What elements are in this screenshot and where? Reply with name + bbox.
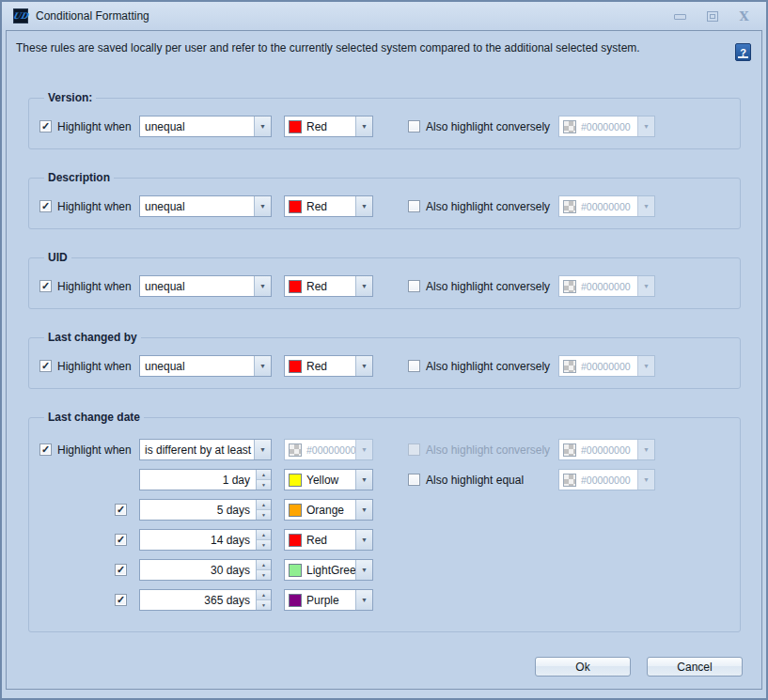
color-swatch — [289, 360, 302, 373]
highlight-when-label: Highlight when — [57, 280, 132, 293]
color-swatch — [289, 474, 302, 487]
days-spinner[interactable]: 1 day ▲ ▼ — [139, 469, 272, 490]
color-dropdown[interactable]: Red ▼ — [284, 275, 373, 297]
days-spinner[interactable]: 365 days ▲ ▼ — [139, 589, 272, 611]
chevron-down-icon[interactable]: ▼ — [254, 356, 271, 376]
app-icon: UD — [13, 8, 28, 23]
threshold-row-365days: ✓ 365 days ▲ ▼ Purple ▼ — [39, 589, 740, 611]
group-description: Description ✓ Highlight when unequal ▼ R… — [28, 171, 741, 229]
spin-down-button[interactable]: ▼ — [257, 599, 271, 610]
hex-value: #00000000 — [576, 444, 637, 456]
threshold-checkbox[interactable]: ✓ — [115, 534, 127, 546]
color-dropdown[interactable]: Red ▼ — [284, 355, 373, 377]
chevron-down-icon[interactable]: ▼ — [355, 590, 372, 610]
instruction-bar: These rules are saved locally per user a… — [7, 31, 761, 61]
hex-value: #00000000 — [576, 121, 637, 132]
condition-dropdown[interactable]: unequal ▼ — [139, 275, 272, 297]
highlight-when-label: Highlight when — [57, 360, 132, 373]
hex-value: #00000000 — [576, 201, 637, 212]
color-name: Red — [302, 534, 355, 547]
spinner-buttons: ▲ ▼ — [256, 560, 271, 580]
color-dropdown[interactable]: Orange ▼ — [284, 499, 373, 521]
also-equal-checkbox[interactable] — [408, 474, 420, 486]
window-title: Conditional Formatting — [36, 9, 149, 23]
threshold-checkbox[interactable]: ✓ — [115, 594, 127, 606]
check-icon: ✓ — [41, 201, 50, 211]
uid-rule-row: ✓ Highlight when unequal ▼ Red ▼ Also hi… — [39, 275, 740, 297]
highlight-when-checkbox[interactable]: ✓ — [39, 443, 52, 456]
color-dropdown[interactable]: Red ▼ — [284, 195, 373, 217]
condition-dropdown[interactable]: is different by at least ▼ — [139, 439, 272, 460]
condition-value: unequal — [140, 280, 254, 293]
chevron-down-icon[interactable]: ▼ — [355, 470, 372, 490]
color-name: LightGreen — [302, 564, 355, 577]
conversely-color-dropdown: #00000000 ▼ — [558, 116, 655, 137]
cancel-button[interactable]: Cancel — [647, 657, 743, 677]
instruction-text: These rules are saved locally per user a… — [16, 41, 735, 55]
threshold-checkbox[interactable]: ✓ — [115, 564, 127, 576]
condition-dropdown[interactable]: unequal ▼ — [139, 195, 272, 217]
color-swatch — [289, 200, 302, 213]
threshold-checkbox[interactable]: ✓ — [115, 504, 127, 516]
highlight-when-checkbox[interactable]: ✓ — [39, 200, 52, 212]
days-spinner[interactable]: 14 days ▲ ▼ — [139, 529, 272, 551]
condition-dropdown[interactable]: unequal ▼ — [139, 355, 272, 377]
color-swatch — [289, 120, 302, 133]
help-button[interactable]: ? — [735, 43, 751, 61]
days-spinner[interactable]: 5 days ▲ ▼ — [139, 499, 272, 521]
days-spinner[interactable]: 30 days ▲ ▼ — [139, 559, 272, 581]
restore-button[interactable] — [705, 9, 719, 23]
chevron-down-icon: ▼ — [637, 276, 654, 296]
chevron-down-icon[interactable]: ▼ — [355, 530, 372, 550]
spin-down-button[interactable]: ▼ — [257, 539, 271, 550]
spin-up-icon: ▲ — [261, 533, 266, 537]
spinner-buttons: ▲ ▼ — [256, 530, 271, 550]
chevron-down-icon[interactable]: ▼ — [355, 276, 372, 296]
color-dropdown[interactable]: Red ▼ — [284, 116, 373, 137]
spin-up-button[interactable]: ▲ — [257, 470, 271, 479]
spin-up-button[interactable]: ▲ — [257, 590, 271, 599]
condition-dropdown[interactable]: unequal ▼ — [139, 116, 272, 137]
days-value: 1 day — [140, 474, 256, 487]
color-dropdown[interactable]: LightGreen ▼ — [284, 559, 373, 581]
spin-up-button[interactable]: ▲ — [257, 530, 271, 539]
days-value: 5 days — [140, 504, 256, 517]
ok-button[interactable]: Ok — [535, 657, 631, 677]
spin-down-button[interactable]: ▼ — [257, 569, 271, 580]
also-conversely-checkbox[interactable] — [408, 280, 420, 292]
spin-down-button[interactable]: ▼ — [257, 479, 271, 490]
color-dropdown[interactable]: Red ▼ — [284, 529, 373, 551]
spin-up-icon: ▲ — [261, 593, 266, 598]
app-icon-letters: UD — [12, 11, 29, 21]
chevron-down-icon[interactable]: ▼ — [355, 356, 372, 376]
also-conversely-checkbox[interactable] — [408, 120, 420, 132]
chevron-down-icon[interactable]: ▼ — [254, 276, 271, 296]
highlight-when-checkbox[interactable]: ✓ — [39, 360, 52, 372]
chevron-down-icon[interactable]: ▼ — [355, 196, 372, 216]
minimize-icon — [674, 14, 686, 20]
highlight-when-checkbox[interactable]: ✓ — [39, 120, 52, 132]
title-bar[interactable]: UD Conditional Formatting X — [2, 2, 766, 30]
spin-down-button[interactable]: ▼ — [257, 509, 271, 520]
chevron-down-icon: ▼ — [637, 117, 654, 136]
chevron-down-icon[interactable]: ▼ — [355, 500, 372, 520]
restore-icon — [707, 11, 718, 22]
chevron-down-icon[interactable]: ▼ — [254, 440, 271, 459]
spin-up-button[interactable]: ▲ — [257, 500, 271, 509]
color-dropdown[interactable]: Yellow ▼ — [284, 469, 373, 490]
also-conversely-checkbox[interactable] — [408, 200, 420, 212]
chevron-down-icon[interactable]: ▼ — [254, 117, 271, 136]
color-dropdown[interactable]: Purple ▼ — [284, 589, 373, 611]
description-rule-row: ✓ Highlight when unequal ▼ Red ▼ Also hi… — [39, 195, 740, 217]
chevron-down-icon[interactable]: ▼ — [355, 560, 372, 580]
spin-up-button[interactable]: ▲ — [257, 560, 271, 569]
group-last-change-date-title: Last change date — [44, 411, 144, 424]
also-conversely-checkbox[interactable] — [408, 360, 420, 372]
days-value: 30 days — [140, 564, 256, 577]
chevron-down-icon[interactable]: ▼ — [254, 196, 271, 216]
chevron-down-icon[interactable]: ▼ — [355, 117, 372, 136]
close-button[interactable]: X — [737, 9, 751, 23]
highlight-when-checkbox[interactable]: ✓ — [39, 280, 52, 292]
spin-up-icon: ▲ — [261, 473, 266, 477]
minimize-button[interactable] — [673, 9, 687, 23]
